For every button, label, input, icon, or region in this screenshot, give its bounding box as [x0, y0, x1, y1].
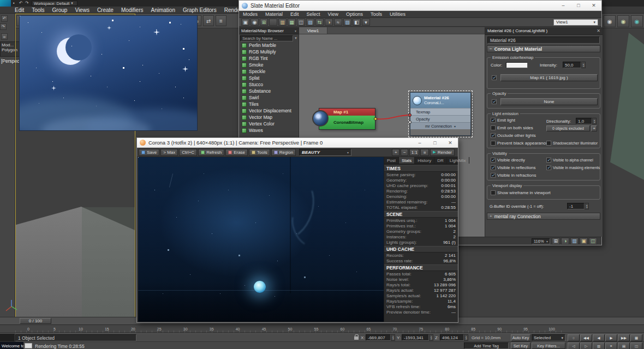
exclude-objects-button[interactable]: 0 objects excluded — [546, 125, 590, 131]
maximize-button[interactable]: □ — [571, 1, 586, 10]
node-corona-light-material[interactable]: Material #26 CoronaLi... Texmap Opacity … — [410, 92, 471, 136]
browser-item[interactable]: Vector Displacement — [239, 107, 299, 114]
material-name-field[interactable]: Material #26 — [487, 37, 600, 44]
minimize-button[interactable]: – — [412, 138, 427, 147]
save-icon[interactable]: ▪ — [13, 1, 15, 5]
view-selector-dropdown[interactable]: View1 ▾ — [553, 19, 598, 26]
time-tag-button[interactable]: ≡ — [605, 342, 617, 349]
spinner-down-icon[interactable]: ▾ — [464, 338, 468, 340]
maxscript-mini-listener[interactable]: Welcome to M — [0, 342, 23, 349]
browser-item[interactable]: Stucco — [239, 81, 299, 88]
redo-icon[interactable]: ↷ — [25, 1, 29, 5]
browser-item[interactable]: Perlin Marble — [239, 42, 299, 49]
menu-modifiers[interactable]: Modifiers — [117, 7, 147, 13]
spinner-down-icon[interactable]: ▾ — [430, 338, 433, 340]
intensity-spinner[interactable]: 50,0 ▴▾ — [563, 62, 586, 68]
auto-key-button[interactable]: Auto Key — [511, 334, 530, 341]
zoom-out-button[interactable]: − — [401, 149, 408, 156]
material-node-header[interactable]: Material #26 CoronaLi... — [410, 93, 470, 108]
directionality-spinner[interactable]: 1,0 ▴▾ — [576, 118, 597, 124]
delete-selected-icon[interactable] — [269, 19, 277, 26]
time-slider-handle[interactable]: 0 / 100 — [20, 318, 51, 324]
zoom-1-1-button[interactable]: 1:1 — [409, 149, 419, 156]
play-button[interactable]: ▶ — [605, 334, 617, 341]
slot-mr-connection[interactable]: mr Connection ▾ — [410, 122, 470, 129]
workspace-dropdown[interactable]: Workspace: Default ▾ — [32, 1, 77, 6]
spinner-down-icon[interactable]: ▾ — [585, 206, 588, 208]
go-to-start-button[interactable]: ◀◀ — [580, 334, 592, 341]
browser-item[interactable]: Vector Map — [239, 114, 299, 121]
render-setup-icon[interactable]: ◉ — [604, 15, 616, 27]
parameter-panel-header[interactable]: Material #26 ( CoronaLightMtl ) ✕ — [485, 27, 603, 35]
rollout-mental-ray[interactable]: + mental ray Connection — [487, 213, 600, 220]
menu-view[interactable]: View — [324, 11, 342, 17]
menu-graph-editors[interactable]: Graph Editors — [179, 7, 220, 13]
erase-button[interactable]: Erase — [225, 149, 248, 156]
menu-select[interactable]: Select — [303, 11, 324, 17]
close-button[interactable]: ✕ — [586, 1, 601, 10]
browser-item[interactable]: Swirl — [239, 94, 299, 101]
emission-map-button[interactable]: Map #1 ( 1619.jpg ) — [500, 74, 598, 81]
visible-masking-checkbox[interactable]: ✓ — [546, 165, 551, 170]
previous-frame-button[interactable]: ◀ — [593, 334, 605, 341]
slot-opacity[interactable]: Opacity — [410, 115, 470, 122]
menu-tools[interactable]: Tools — [28, 7, 48, 13]
pan-tool-icon[interactable]: ⊞ — [552, 238, 560, 245]
emit-light-checkbox[interactable]: ✓ — [491, 118, 496, 123]
send-to-max-button[interactable]: > Max — [160, 149, 178, 156]
key-entry-button[interactable]: ▥ — [593, 342, 605, 349]
tools-button[interactable]: Tools — [249, 149, 270, 156]
opacity-map-button[interactable]: None — [500, 98, 598, 105]
slate-titlebar[interactable]: Slate Material Editor – □ ✕ — [239, 1, 601, 11]
browser-item[interactable]: Splat — [239, 75, 299, 81]
slot-texmap[interactable]: Texmap — [410, 108, 470, 115]
night-sky-image[interactable] — [19, 15, 198, 131]
zoom-tool-icon[interactable]: ◑ — [561, 238, 569, 245]
emit-both-sides-checkbox[interactable] — [491, 125, 496, 130]
options-dropdown-icon[interactable]: ▾ — [362, 19, 370, 26]
layer-manager-icon[interactable]: ≡ — [216, 15, 226, 26]
browser-header[interactable]: Material/Map Browser ▾ — [239, 27, 299, 34]
zoom-level-dropdown[interactable]: 116% ▾ — [532, 238, 550, 244]
show-background-icon[interactable]: ◫ — [297, 19, 305, 26]
occlude-lights-checkbox[interactable]: ✓ — [491, 133, 496, 138]
shadowcatcher-checkbox[interactable] — [546, 141, 551, 146]
refresh-button[interactable]: Refresh — [198, 149, 224, 156]
key-filters-button[interactable]: Key Filters... — [532, 342, 565, 349]
tab-dr[interactable]: DR — [434, 157, 447, 164]
set-key-button[interactable]: Set Key — [511, 342, 530, 349]
show-end-result-icon[interactable]: ▧ — [306, 19, 314, 26]
rollout-corona-light-material[interactable]: − Corona Light Material — [487, 45, 600, 52]
menu-tools[interactable]: Tools — [367, 11, 386, 17]
select-tool-icon[interactable]: ▣ — [241, 19, 249, 26]
browser-item[interactable]: RGB Multiply — [239, 49, 299, 55]
render-button[interactable]: ▶ Render — [430, 149, 455, 156]
add-time-tag-field[interactable]: Add Time Tag — [464, 342, 509, 349]
prev-key-button[interactable]: ◁ — [568, 342, 580, 349]
render-image[interactable] — [138, 157, 384, 322]
spinner-down-icon[interactable]: ▾ — [593, 121, 596, 123]
menu-edit[interactable]: Edit — [287, 11, 303, 17]
link-icon[interactable]: ∞ — [1, 33, 8, 40]
stop-render-button[interactable]: ■ — [420, 149, 429, 156]
selection-set-dropdown[interactable]: Selected ▾ — [532, 334, 565, 341]
render-production-icon[interactable]: ◉ — [631, 15, 643, 27]
menu-animation[interactable]: Animation — [147, 7, 178, 13]
tab-history[interactable]: History — [415, 157, 434, 164]
keyboard-shortcut-toggle[interactable]: ▤ — [618, 342, 630, 349]
minimize-button[interactable]: – — [556, 1, 571, 10]
menu-options[interactable]: Options — [342, 11, 367, 17]
mini-listener-macro[interactable] — [0, 334, 15, 342]
layout-all-icon[interactable]: ⇆ — [315, 19, 324, 26]
menu-modes[interactable]: Modes — [239, 11, 261, 17]
move-children-icon[interactable]: ▥ — [278, 19, 287, 26]
emission-color-swatch[interactable] — [506, 62, 528, 68]
bitmap-node-thumbnail[interactable] — [312, 110, 329, 127]
undo-icon[interactable]: ↶ — [19, 1, 23, 5]
tab-lightmix[interactable]: LightMix — [447, 157, 469, 164]
max-logo-icon[interactable] — [0, 0, 11, 7]
opacity-input-socket[interactable] — [408, 121, 412, 124]
copy-button[interactable]: Ctrl+C — [179, 149, 197, 156]
filter-funnel-icon[interactable]: ▼ — [294, 37, 297, 40]
assign-material-icon[interactable]: ⊞ — [260, 19, 268, 26]
